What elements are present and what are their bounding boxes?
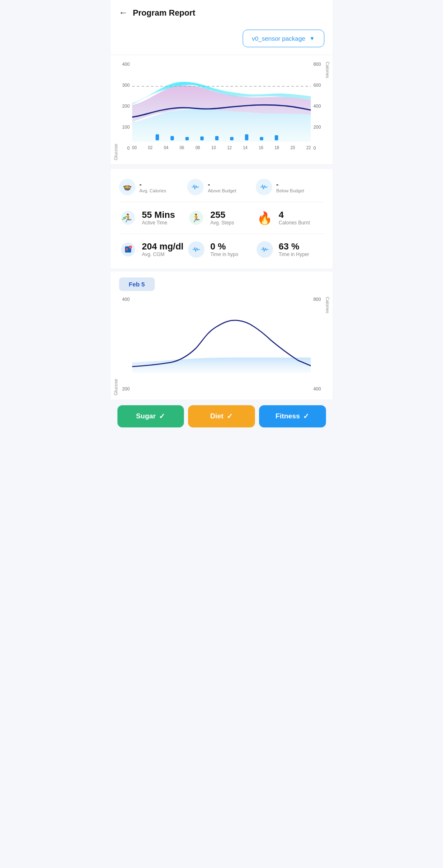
- svg-rect-18: [126, 248, 128, 251]
- pulse-icon-hyper: [256, 240, 274, 259]
- above-budget-stat: - Above Budget: [187, 179, 256, 195]
- food-icon: 🍲: [119, 179, 135, 195]
- svg-rect-7: [245, 134, 248, 141]
- calories-burnt-icon: 🔥: [256, 209, 274, 227]
- sensor-package-dropdown[interactable]: v0_sensor package ▼: [243, 30, 324, 47]
- svg-rect-2: [170, 136, 174, 141]
- time-hypo-stat: 0 % Time in hypo: [187, 240, 256, 259]
- diet-tab[interactable]: Diet ✓: [188, 405, 255, 427]
- avg-cgm-label: Avg. CGM: [142, 252, 184, 257]
- time-hyper-value: 63 %: [279, 242, 309, 252]
- below-budget-label: Below Budget: [276, 188, 304, 193]
- cgm-icon: +: [119, 240, 137, 259]
- svg-rect-8: [260, 137, 263, 140]
- avg-cgm-stat: + 204 mg/dl Avg. CGM: [119, 240, 188, 259]
- active-time-label: Active Time: [142, 220, 175, 226]
- time-hyper-stat: 63 % Time in Hyper: [256, 240, 324, 259]
- svg-rect-1: [156, 134, 159, 141]
- svg-text:🏃: 🏃: [123, 213, 133, 223]
- stats-row-1: 🍲 - Avg. Calories - Above Budget: [119, 175, 324, 202]
- y-axis-left-ticks: 400 300 200 100 0: [119, 62, 132, 160]
- chart-section-2: Glucose 400 200 800 400: [111, 293, 333, 399]
- sugar-check-icon: ✓: [159, 412, 165, 421]
- avg-calories-value: -: [140, 181, 166, 188]
- svg-rect-3: [185, 137, 188, 140]
- chart-area-1: 00 02 04 06 08 10 12 14 16 18 20 22: [132, 62, 311, 160]
- fitness-check-icon: ✓: [303, 412, 309, 421]
- y-axis-left-label: Glucose: [112, 62, 119, 160]
- stats-row-2: 🏃 55 Mins Active Time 🏃 255 Avg.: [119, 202, 324, 234]
- diet-label: Diet: [210, 412, 223, 420]
- svg-rect-5: [215, 136, 218, 141]
- svg-rect-9: [275, 135, 278, 141]
- y-axis2-right-label: Calories: [324, 297, 331, 395]
- active-time-value: 55 Mins: [142, 210, 175, 220]
- y-axis-right-label: Calories: [324, 62, 331, 160]
- bottom-tabs: Sugar ✓ Diet ✓ Fitness ✓: [111, 399, 333, 434]
- sugar-label: Sugar: [136, 412, 156, 420]
- header: ← Program Report: [111, 0, 333, 25]
- sugar-tab[interactable]: Sugar ✓: [117, 405, 184, 427]
- below-budget-value: -: [276, 181, 304, 188]
- calories-burnt-label: Calories Burnt: [279, 220, 310, 226]
- dropdown-label: v0_sensor package: [252, 35, 305, 42]
- svg-text:+: +: [130, 247, 131, 249]
- calories-burnt-value: 4: [279, 210, 310, 220]
- dropdown-row: v0_sensor package ▼: [111, 25, 333, 55]
- avg-calories-label: Avg. Calories: [140, 188, 166, 193]
- avg-calories-stat: 🍲 - Avg. Calories: [119, 179, 188, 195]
- pulse-icon-hypo: [187, 240, 205, 259]
- avg-steps-stat: 🏃 255 Avg. Steps: [187, 209, 256, 227]
- back-button[interactable]: ←: [119, 7, 128, 18]
- svg-rect-4: [200, 136, 204, 140]
- avg-steps-label: Avg. Steps: [210, 220, 234, 226]
- y-axis2-left-label: Glucose: [112, 297, 119, 395]
- avg-cgm-value: 204 mg/dl: [142, 242, 184, 252]
- svg-rect-6: [230, 137, 233, 140]
- diet-check-icon: ✓: [227, 412, 233, 421]
- x-axis-1: 00 02 04 06 08 10 12 14 16 18 20 22: [132, 144, 311, 150]
- stats-row-3: + 204 mg/dl Avg. CGM 0 % Time in hypo: [119, 234, 324, 262]
- above-budget-label: Above Budget: [208, 188, 236, 193]
- fitness-label: Fitness: [275, 412, 300, 420]
- y-axis2-left-ticks: 400 200: [119, 297, 132, 395]
- y-axis2-right-ticks: 800 400: [311, 297, 324, 395]
- avg-steps-value: 255: [210, 210, 234, 220]
- svg-text:🏃: 🏃: [191, 213, 201, 223]
- time-hypo-value: 0 %: [210, 242, 238, 252]
- y-axis-right-ticks: 800 600 400 200 0: [311, 62, 324, 160]
- chart-area-2: [132, 297, 311, 395]
- avg-steps-icon: 🏃: [187, 209, 205, 227]
- stats-card: 🍲 - Avg. Calories - Above Budget: [111, 169, 333, 268]
- below-budget-stat: - Below Budget: [256, 179, 324, 195]
- pulse-icon-below: [256, 179, 272, 195]
- page-title: Program Report: [133, 8, 195, 18]
- above-budget-value: -: [208, 181, 236, 188]
- chart-section-1: Glucose 400 300 200 100 0: [111, 55, 333, 165]
- date-badge[interactable]: Feb 5: [119, 277, 155, 291]
- time-hypo-label: Time in hypo: [210, 252, 238, 257]
- active-time-icon: 🏃: [119, 209, 137, 227]
- date-section: Feb 5: [111, 272, 333, 293]
- chevron-down-icon: ▼: [310, 35, 315, 42]
- fitness-tab[interactable]: Fitness ✓: [259, 405, 326, 427]
- calories-burnt-stat: 🔥 4 Calories Burnt: [256, 209, 324, 227]
- time-hyper-label: Time in Hyper: [279, 252, 309, 257]
- pulse-icon-above: [187, 179, 204, 195]
- active-time-stat: 🏃 55 Mins Active Time: [119, 209, 188, 227]
